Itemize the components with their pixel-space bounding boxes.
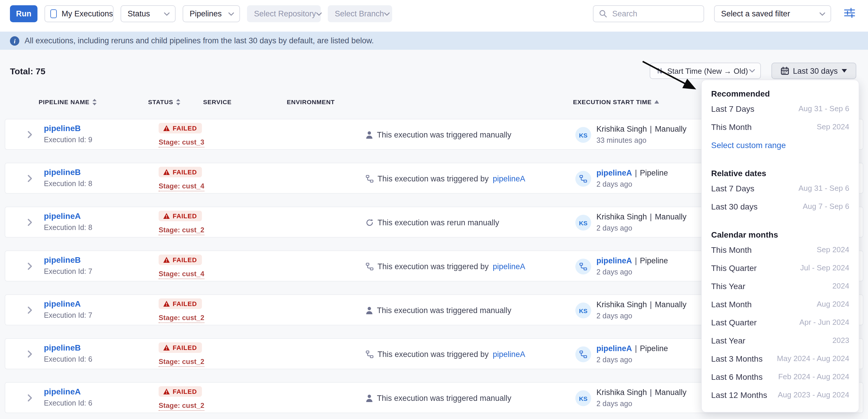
avatar-initials-text: KS bbox=[579, 395, 587, 402]
column-label: PIPELINE NAME bbox=[39, 98, 90, 105]
branch-filter-dropdown[interactable]: Select Branch bbox=[328, 5, 392, 22]
date-range-button[interactable]: Last 30 days bbox=[771, 63, 856, 79]
failed-stage-link[interactable]: Stage: cust_4 bbox=[159, 182, 204, 191]
menu-item-last-30-days[interactable]: Last 30 daysAug 7 - Sep 6 bbox=[711, 197, 849, 215]
actor-name: Krishika Singh bbox=[596, 388, 647, 397]
execution-time: 2 days ago bbox=[596, 224, 632, 232]
menu-item-this-year[interactable]: This Year2024 bbox=[711, 277, 849, 295]
menu-item-label: Last 30 days bbox=[711, 202, 758, 211]
menu-item-last-year[interactable]: Last Year2023 bbox=[711, 331, 849, 349]
status-badge-failed: FAILED bbox=[159, 342, 202, 353]
menu-item-label: This Year bbox=[711, 281, 745, 291]
failed-stage-link[interactable]: Stage: cust_4 bbox=[159, 270, 204, 279]
actor-mode: Manually bbox=[655, 388, 687, 397]
actor-pipeline-link[interactable]: pipelineA bbox=[596, 168, 632, 177]
warning-triangle-icon bbox=[163, 169, 170, 175]
execution-time: 2 days ago bbox=[596, 312, 632, 320]
sort-asc-icon[interactable] bbox=[655, 100, 659, 104]
my-executions-checkbox[interactable] bbox=[50, 9, 57, 18]
pipeline-name-link[interactable]: pipelineB bbox=[44, 124, 81, 133]
failed-stage-link[interactable]: Stage: cust_2 bbox=[159, 314, 204, 323]
status-badge-failed: FAILED bbox=[159, 386, 202, 397]
pipeline-name-link[interactable]: pipelineA bbox=[44, 211, 81, 221]
pipeline-name-link[interactable]: pipelineB bbox=[44, 167, 81, 177]
status-label: FAILED bbox=[173, 125, 197, 132]
actor-pipeline-link[interactable]: pipelineA bbox=[596, 344, 632, 353]
my-executions-toggle[interactable]: My Executions bbox=[44, 5, 114, 22]
column-header-pipeline-name[interactable]: PIPELINE NAME bbox=[39, 98, 97, 105]
pipeline-name-link[interactable]: pipelineB bbox=[44, 343, 81, 352]
menu-item-date-range: Aug 2024 bbox=[817, 300, 849, 309]
failed-stage-link[interactable]: Stage: cust_2 bbox=[159, 401, 204, 411]
row-expand-chevron-icon[interactable] bbox=[28, 219, 32, 226]
trigger-info: This execution was triggered manually bbox=[366, 119, 511, 151]
sort-both-icon[interactable] bbox=[92, 99, 97, 105]
menu-item-this-quarter[interactable]: This QuarterJul - Sep 2024 bbox=[711, 259, 849, 277]
row-expand-chevron-icon[interactable] bbox=[28, 175, 32, 182]
menu-item-this-month[interactable]: This MonthSep 2024 bbox=[711, 118, 849, 136]
sort-both-icon[interactable] bbox=[176, 99, 180, 105]
menu-section-header: Relative dates bbox=[711, 167, 849, 179]
repository-filter-dropdown[interactable]: Select Repository bbox=[247, 5, 321, 22]
trigger-pipeline-link[interactable]: pipelineA bbox=[493, 350, 525, 359]
chevron-down-icon bbox=[228, 12, 234, 15]
pipeline-name-link[interactable]: pipelineA bbox=[44, 299, 81, 309]
sort-dropdown[interactable]: Start Time (New → Old) bbox=[650, 63, 761, 79]
menu-item-date-range: Apr - Jun 2024 bbox=[799, 318, 849, 326]
menu-item-select-custom-range[interactable]: Select custom range bbox=[711, 136, 849, 154]
actor-line: Krishika Singh|Manually bbox=[596, 300, 687, 309]
actor-line: Krishika Singh|Manually bbox=[596, 213, 687, 221]
row-expand-chevron-icon[interactable] bbox=[28, 351, 32, 358]
filter-sliders-icon[interactable] bbox=[844, 8, 855, 21]
warning-triangle-icon bbox=[163, 301, 170, 307]
row-expand-chevron-icon[interactable] bbox=[28, 131, 32, 138]
failed-stage-link[interactable]: Stage: cust_2 bbox=[159, 358, 204, 367]
status-badge-failed: FAILED bbox=[159, 211, 202, 221]
trigger-info: This execution was triggered bypipelineA bbox=[366, 339, 525, 370]
avatar-initials: KS bbox=[575, 127, 591, 143]
column-header-status[interactable]: STATUS bbox=[148, 98, 180, 105]
user-icon bbox=[366, 394, 373, 402]
pipeline-name-link[interactable]: pipelineA bbox=[44, 387, 81, 396]
menu-item-last-12-months[interactable]: Last 12 MonthsAug 2023 - Aug 2024 bbox=[711, 386, 849, 404]
failed-stage-link[interactable]: Stage: cust_3 bbox=[159, 138, 204, 148]
status-label: FAILED bbox=[173, 256, 197, 263]
menu-item-last-7-days[interactable]: Last 7 DaysAug 31 - Sep 6 bbox=[711, 179, 849, 197]
trigger-pipeline-link[interactable]: pipelineA bbox=[493, 262, 525, 271]
trigger-pipeline-link[interactable]: pipelineA bbox=[493, 174, 525, 183]
menu-item-last-3-months[interactable]: Last 3 MonthsMay 2024 - Aug 2024 bbox=[711, 349, 849, 367]
actor-line: pipelineA|Pipeline bbox=[596, 256, 668, 265]
actor-separator: | bbox=[632, 344, 640, 353]
column-header-environment: ENVIRONMENT bbox=[287, 98, 335, 105]
column-label: STATUS bbox=[148, 98, 173, 105]
pipelines-filter-dropdown[interactable]: Pipelines bbox=[183, 5, 240, 22]
avatar-initials: KS bbox=[575, 302, 591, 318]
trigger-info: This execution was triggered manually bbox=[366, 383, 511, 414]
row-expand-chevron-icon[interactable] bbox=[28, 307, 32, 314]
saved-filter-dropdown[interactable]: Select a saved filter bbox=[714, 5, 831, 22]
search-input[interactable] bbox=[611, 9, 704, 19]
warning-triangle-icon bbox=[163, 345, 170, 351]
run-button[interactable]: Run bbox=[10, 5, 37, 22]
menu-item-last-quarter[interactable]: Last QuarterApr - Jun 2024 bbox=[711, 313, 849, 331]
trigger-text: This execution was triggered manually bbox=[377, 394, 511, 402]
row-expand-chevron-icon[interactable] bbox=[28, 394, 32, 401]
row-expand-chevron-icon[interactable] bbox=[28, 263, 32, 270]
status-filter-dropdown[interactable]: Status bbox=[121, 5, 176, 22]
menu-item-date-range: Sep 2024 bbox=[817, 122, 849, 131]
execution-time: 2 days ago bbox=[596, 356, 632, 364]
avatar-pipeline-icon bbox=[575, 259, 591, 275]
menu-item-last-7-days[interactable]: Last 7 DaysAug 31 - Sep 6 bbox=[711, 99, 849, 118]
date-range-menu: RecommendedLast 7 DaysAug 31 - Sep 6This… bbox=[701, 79, 859, 413]
trigger-info: This execution was triggered manually bbox=[366, 295, 511, 326]
menu-item-this-month[interactable]: This MonthSep 2024 bbox=[711, 240, 849, 259]
column-header-execution-start-time[interactable]: EXECUTION START TIME bbox=[573, 98, 659, 105]
actor-pipeline-link[interactable]: pipelineA bbox=[596, 256, 632, 265]
menu-item-last-6-months[interactable]: Last 6 MonthsFeb 2024 - Aug 2024 bbox=[711, 367, 849, 386]
actor-mode: Pipeline bbox=[640, 344, 668, 353]
actor-separator: | bbox=[647, 388, 655, 397]
menu-item-last-month[interactable]: Last MonthAug 2024 bbox=[711, 295, 849, 313]
pipeline-name-link[interactable]: pipelineB bbox=[44, 255, 81, 264]
trigger-text: This execution was triggered by bbox=[377, 262, 489, 271]
failed-stage-link[interactable]: Stage: cust_2 bbox=[159, 226, 204, 235]
